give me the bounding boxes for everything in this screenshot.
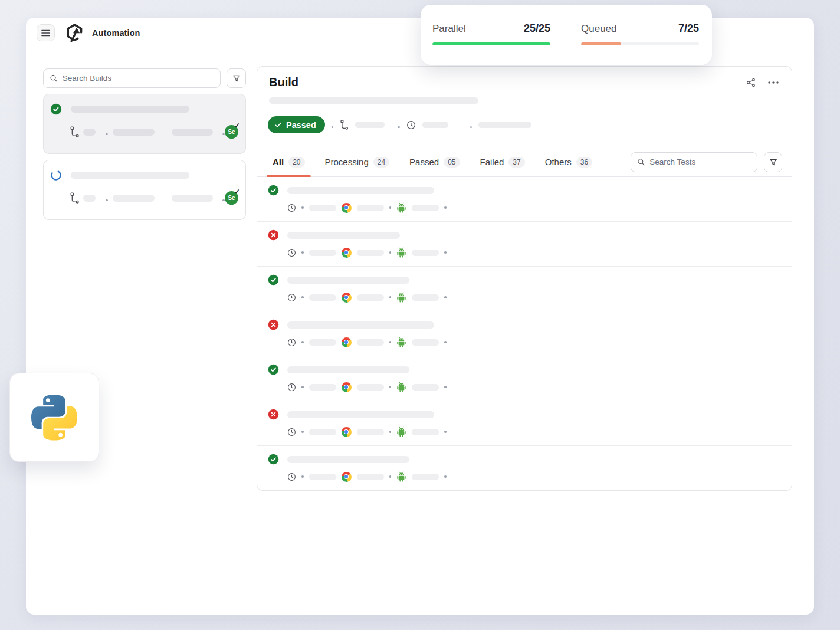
tab-others[interactable]: Others 36 (545, 147, 592, 176)
filter-icon (769, 158, 778, 167)
build-name-skeleton (269, 97, 478, 104)
menu-button[interactable] (37, 24, 55, 41)
tree-icon (70, 126, 80, 137)
tree-icon (340, 120, 349, 130)
builds-sidebar: Se (43, 68, 246, 220)
test-row[interactable] (257, 401, 792, 446)
builds-filter-button[interactable] (227, 68, 246, 88)
test-title-skeleton (287, 277, 409, 284)
android-icon (396, 292, 406, 303)
passed-status-icon (268, 364, 279, 375)
separator-dot (389, 475, 392, 478)
python-logo (31, 395, 77, 441)
app-window: Automation (26, 18, 814, 615)
clock-icon (287, 472, 296, 481)
separator-dot (398, 126, 400, 129)
test-row[interactable] (257, 222, 792, 267)
parallel-progress-fill (432, 42, 550, 45)
separator-dot (301, 386, 304, 388)
passed-status-icon (268, 185, 279, 196)
tab-failed[interactable]: Failed 37 (480, 147, 525, 176)
clock-icon (287, 338, 296, 347)
android-icon (396, 247, 406, 258)
tests-tabs-row: All 20 Processing 24 Passed 05 Failed 37 (257, 147, 792, 177)
test-row[interactable] (257, 311, 792, 356)
queued-label: Queued (581, 23, 617, 35)
parallel-stat: Parallel 25/25 (432, 22, 550, 65)
selenium-badge: Se (225, 191, 238, 205)
separator-dot (444, 475, 447, 478)
queued-value: 7/25 (678, 22, 699, 35)
skeleton-chip (309, 339, 336, 346)
search-tests-input[interactable] (649, 158, 751, 166)
chrome-icon (342, 427, 352, 437)
skeleton-chip (309, 294, 336, 301)
skeleton-chip (478, 122, 531, 128)
tests-filter-button[interactable] (764, 152, 782, 172)
running-spinner-icon (50, 169, 62, 181)
skeleton-chip (309, 384, 336, 391)
test-row[interactable] (257, 177, 792, 222)
separator-dot (301, 296, 304, 298)
skeleton-chip (357, 294, 384, 301)
skeleton-chip (172, 195, 214, 202)
skeleton-chip (113, 195, 155, 202)
search-builds-input[interactable] (63, 74, 214, 83)
tab-passed[interactable]: Passed 05 (409, 147, 460, 176)
share-button[interactable] (744, 76, 757, 89)
separator-dot (332, 126, 334, 129)
skeleton-chip (83, 195, 96, 202)
skeleton-chip (357, 474, 384, 480)
clock-icon (287, 383, 296, 392)
hyperexecute-logo (65, 24, 84, 42)
build-title-skeleton (71, 106, 189, 113)
more-options-button[interactable] (767, 80, 780, 86)
android-icon (396, 202, 406, 213)
check-icon (274, 121, 282, 129)
separator-dot (444, 206, 447, 209)
parallel-value: 25/25 (524, 22, 550, 35)
skeleton-chip (412, 474, 439, 480)
skeleton-chip (412, 205, 439, 211)
skeleton-chip (357, 384, 384, 391)
android-icon (396, 337, 406, 347)
test-row[interactable] (257, 356, 792, 401)
separator-dot (444, 341, 447, 343)
separator-dot (389, 386, 392, 388)
skeleton-chip (355, 122, 385, 128)
clock-icon (406, 120, 416, 130)
passed-status-icon (268, 454, 279, 465)
test-row[interactable] (257, 267, 792, 311)
tab-processing[interactable]: Processing 24 (325, 147, 390, 176)
build-card-passed[interactable]: Se (43, 94, 246, 154)
parallel-progress-track (432, 42, 550, 45)
tab-count-badge: 37 (508, 157, 524, 168)
stage: Automation (0, 0, 840, 630)
test-title-skeleton (287, 187, 434, 194)
queued-progress-fill (581, 42, 621, 45)
tab-count-badge: 24 (373, 157, 389, 168)
build-card-running[interactable]: Se (43, 160, 246, 220)
skeleton-chip (412, 339, 439, 346)
separator-dot (389, 341, 392, 343)
tree-icon (70, 192, 80, 204)
tab-all[interactable]: All 20 (273, 147, 305, 176)
passed-status-icon (50, 103, 62, 115)
ellipsis-icon (768, 81, 779, 84)
test-row[interactable] (257, 446, 792, 490)
python-framework-tile (9, 373, 99, 462)
passed-status-icon (268, 274, 279, 286)
build-detail-panel: Build (257, 66, 792, 491)
clock-icon (287, 204, 296, 212)
panel-title: Build (269, 76, 298, 89)
skeleton-chip (172, 129, 214, 136)
separator-dot (301, 206, 304, 209)
separator-dot (389, 296, 392, 298)
selenium-badge: Se (225, 125, 238, 139)
clock-icon (287, 293, 296, 302)
skeleton-chip (357, 250, 384, 256)
tab-count-badge: 36 (576, 157, 592, 168)
separator-dot (301, 475, 304, 478)
separator-dot (444, 251, 447, 254)
search-icon (637, 158, 645, 166)
